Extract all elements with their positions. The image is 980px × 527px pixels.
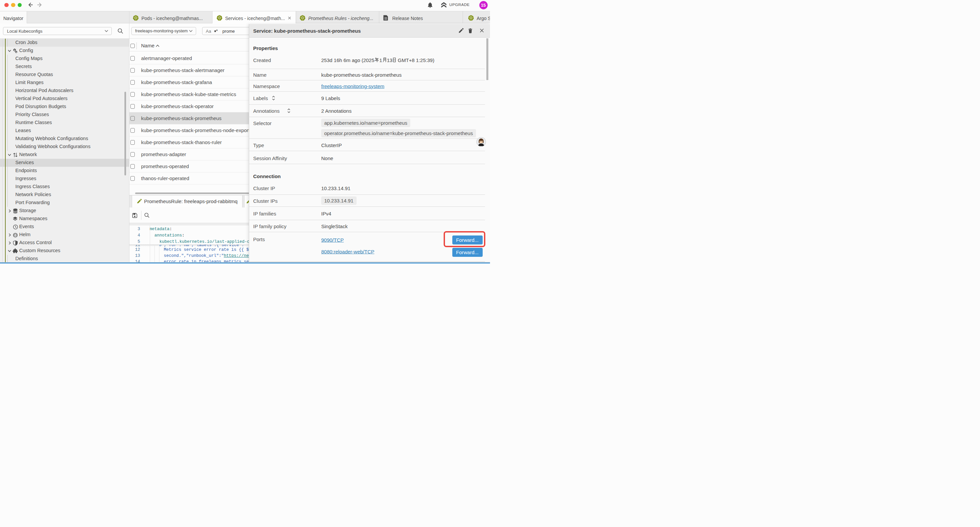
svg-text:HELM: HELM xyxy=(14,234,17,236)
